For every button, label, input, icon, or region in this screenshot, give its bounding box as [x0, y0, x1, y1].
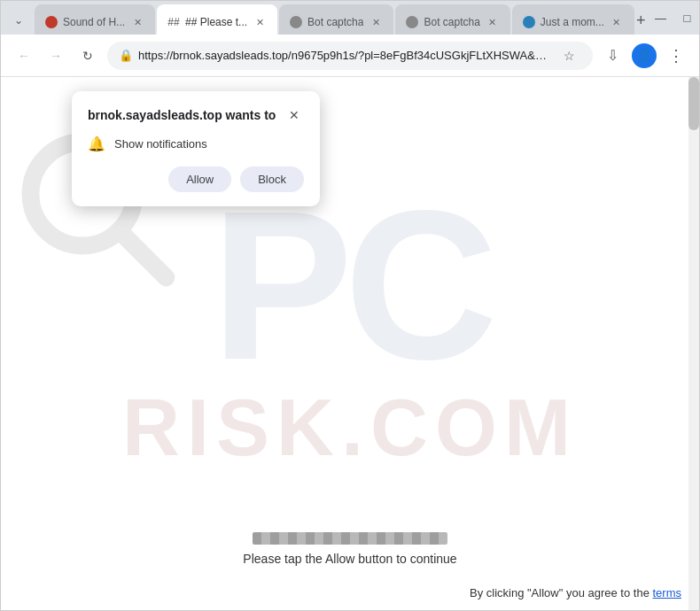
allow-button[interactable]: Allow: [168, 166, 231, 192]
progress-label: Please tap the Allow button to continue: [243, 552, 456, 566]
window-controls: — □ ✕: [649, 6, 700, 35]
popup-header: brnok.sayadsleads.top wants to ✕: [88, 105, 304, 125]
refresh-button[interactable]: ↻: [75, 43, 100, 68]
download-button[interactable]: ⇩: [600, 43, 625, 68]
tab-favicon-2: ##: [167, 16, 180, 28]
tab-list-button[interactable]: ⌄: [8, 10, 29, 31]
tab-title-5: Just a mom...: [541, 16, 604, 28]
tab-title-4: Bot captcha: [424, 16, 479, 28]
svg-line-1: [122, 234, 167, 278]
browser-tab-2[interactable]: ## ## Please t... ✕: [157, 4, 277, 35]
popup-title: brnok.sayadsleads.top wants to: [88, 108, 276, 122]
browser-tab-5[interactable]: Just a mom... ✕: [512, 4, 634, 35]
address-bar: ← → ↻ 🔒 ☆ ⇩ 👤 ⋮: [1, 35, 699, 77]
notification-row-text: Show notifications: [114, 137, 207, 151]
menu-button[interactable]: ⋮: [664, 43, 688, 68]
bell-icon: 🔔: [88, 135, 105, 152]
tab-favicon-3: [290, 16, 302, 28]
footer-text: By clicking "Allow" you agree to the: [470, 586, 649, 599]
popup-close-button[interactable]: ✕: [284, 105, 304, 125]
browser-tab-1[interactable]: Sound of H... ✕: [35, 4, 155, 35]
address-actions: ☆: [556, 43, 581, 68]
watermark-pc-text: PC: [211, 179, 488, 391]
browser-window: ⌄ Sound of H... ✕ ## ## Please t... ✕ Bo…: [0, 0, 700, 611]
tab-favicon-5: [523, 16, 535, 28]
tab-title-3: Bot captcha: [307, 16, 363, 28]
popup-wants-to: wants to: [226, 108, 276, 122]
tab-close-1[interactable]: ✕: [130, 15, 144, 29]
page-footer: By clicking "Allow" you agree to the ter…: [470, 586, 681, 599]
footer-terms-link[interactable]: terms: [653, 586, 682, 599]
tab-close-4[interactable]: ✕: [486, 15, 500, 29]
address-input-wrapper[interactable]: 🔒 ☆: [107, 42, 593, 70]
minimize-button[interactable]: —: [649, 6, 672, 29]
tab-close-5[interactable]: ✕: [610, 15, 624, 29]
scrollbar-thumb[interactable]: [688, 77, 699, 130]
page-content: PC RISK.COM brnok.sayadsleads.top wants …: [1, 77, 699, 610]
tab-bar: ⌄ Sound of H... ✕ ## ## Please t... ✕ Bo…: [1, 1, 699, 35]
maximize-button[interactable]: □: [675, 6, 698, 29]
progress-bar-container: [253, 532, 447, 545]
tab-bar-nav: ⌄: [8, 10, 29, 35]
tab-close-3[interactable]: ✕: [369, 15, 383, 29]
watermark-risk-text: RISK.COM: [122, 383, 578, 474]
tab-title-2: ## Please t...: [185, 16, 247, 28]
progress-bar-fill: [253, 532, 447, 545]
profile-button[interactable]: 👤: [632, 43, 657, 68]
browser-tab-4[interactable]: Bot captcha ✕: [395, 4, 509, 35]
lock-icon: 🔒: [119, 49, 133, 62]
forward-button[interactable]: →: [43, 43, 68, 68]
tab-favicon-4: [406, 16, 418, 28]
tab-title-1: Sound of H...: [63, 16, 125, 28]
popup-site: brnok.sayadsleads.top: [88, 108, 222, 122]
block-button[interactable]: Block: [240, 166, 304, 192]
popup-buttons: Allow Block: [88, 166, 304, 192]
tab-favicon-1: [45, 16, 58, 28]
browser-tab-3[interactable]: Bot captcha ✕: [279, 4, 393, 35]
address-input[interactable]: [138, 49, 551, 62]
notification-popup: brnok.sayadsleads.top wants to ✕ 🔔 Show …: [72, 91, 320, 206]
bookmark-button[interactable]: ☆: [556, 43, 581, 68]
tab-close-2[interactable]: ✕: [253, 15, 267, 29]
back-button[interactable]: ←: [12, 43, 36, 68]
popup-notification-row: 🔔 Show notifications: [88, 135, 304, 152]
scrollbar[interactable]: [688, 77, 699, 610]
new-tab-button[interactable]: +: [636, 8, 646, 33]
page-bottom-area: Please tap the Allow button to continue: [1, 532, 699, 566]
